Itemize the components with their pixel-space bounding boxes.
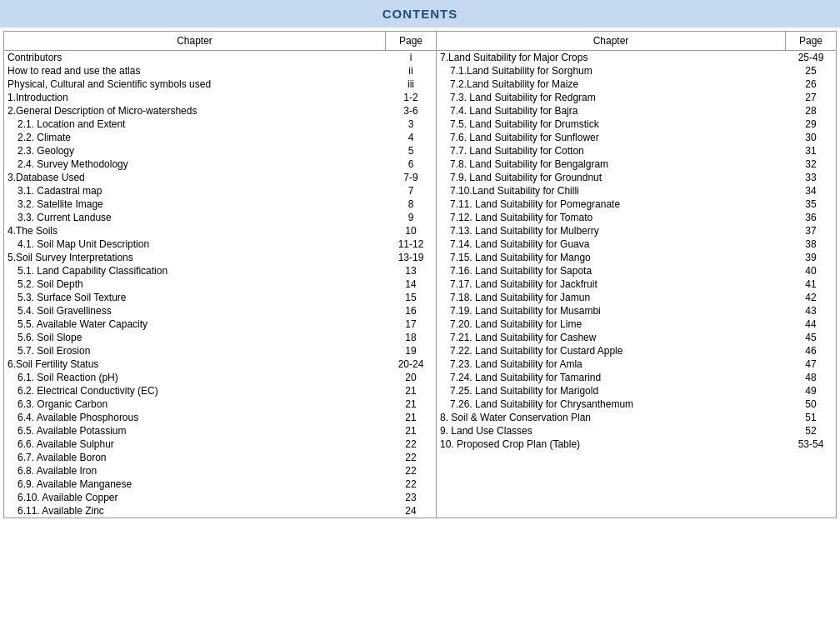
entry-page: 50 (786, 398, 836, 411)
entry-page: 7 (386, 184, 436, 198)
list-item: How to read and use the atlasii (4, 64, 436, 78)
entry-text: Contributors (4, 51, 386, 64)
page-container: CONTENTS Chapter Page Chapter Page Contr… (0, 0, 840, 518)
entry-page: 3 (386, 118, 436, 131)
entry-text: 4.1. Soil Map Unit Description (4, 238, 386, 251)
entry-text: 2.2. Climate (4, 131, 386, 144)
entry-page: 45 (786, 331, 836, 344)
entry-page: 47 (786, 358, 836, 371)
entry-text: 5.7. Soil Erosion (4, 344, 386, 358)
list-item: 2.General Description of Micro-watershed… (4, 104, 436, 118)
entry-page: 13 (386, 264, 436, 278)
entry-page: 5 (386, 144, 436, 158)
entry-text: 9. Land Use Classes (437, 424, 786, 438)
list-item: 3.2. Satellite Image8 (4, 198, 436, 211)
entry-page: 49 (786, 384, 836, 398)
list-item: 6.10. Available Copper23 (4, 491, 436, 504)
entry-page: 24 (386, 504, 436, 518)
entry-page: 44 (786, 318, 836, 331)
list-item: 6.5. Available Potassium21 (4, 424, 436, 438)
entry-text: 6.3. Organic Carbon (4, 398, 386, 411)
list-item: 6.1. Soil Reaction (pH)20 (4, 371, 436, 384)
entry-text: 3.1. Cadastral map (4, 184, 386, 198)
right-col-header: Chapter Page (437, 32, 836, 50)
entry-page: 16 (386, 304, 436, 318)
list-item: 7.13. Land Suitability for Mulberry37 (437, 224, 836, 238)
list-item: 7.3. Land Suitability for Redgram27 (437, 91, 836, 104)
list-item: 5.4. Soil Gravelliness16 (4, 304, 436, 318)
entry-page: 22 (386, 478, 436, 491)
entry-text: 6.Soil Fertility Status (4, 358, 386, 371)
entry-page: 20-24 (386, 358, 436, 371)
entry-text: 2.3. Geology (4, 144, 386, 158)
entry-page: i (386, 51, 436, 64)
entry-text: 5.5. Available Water Capacity (4, 318, 386, 331)
entry-text: 1.Introduction (4, 91, 386, 104)
list-item: 4.1. Soil Map Unit Description11-12 (4, 238, 436, 251)
list-item: 10. Proposed Crop Plan (Table)53-54 (437, 438, 836, 451)
list-item: 7.19. Land Suitability for Musambi43 (437, 304, 836, 318)
entry-page: 13-19 (386, 251, 436, 264)
list-item: 7.9. Land Suitability for Groundnut33 (437, 171, 836, 184)
left-col-header: Chapter Page (4, 32, 437, 50)
entry-text: 7.20. Land Suitability for Lime (437, 318, 786, 331)
list-item: 2.4. Survey Methodology6 (4, 158, 436, 171)
list-item: 5.6. Soil Slope18 (4, 331, 436, 344)
list-item: 7.26. Land Suitability for Chrysanthemum… (437, 398, 836, 411)
entry-text: 7.12. Land Suitability for Tomato (437, 211, 786, 224)
list-item: Contributorsi (4, 51, 436, 64)
right-chapter-header: Chapter (437, 32, 786, 50)
list-item: 7.18. Land Suitability for Jamun42 (437, 291, 836, 304)
list-item: 6.9. Available Manganese22 (4, 478, 436, 491)
entry-text: 7.16. Land Suitability for Sapota (437, 264, 786, 278)
entry-text: 6.9. Available Manganese (4, 478, 386, 491)
list-item: 7.16. Land Suitability for Sapota40 (437, 264, 836, 278)
entry-page: 7-9 (386, 171, 436, 184)
entry-page: 21 (386, 398, 436, 411)
entry-text: 7.8. Land Suitability for Bengalgram (437, 158, 786, 171)
list-item: 6.4. Available Phosphorous21 (4, 411, 436, 424)
entry-page: 21 (386, 411, 436, 424)
entry-text: 7.3. Land Suitability for Redgram (437, 91, 786, 104)
list-item: 5.1. Land Capability Classification13 (4, 264, 436, 278)
entry-text: 6.4. Available Phosphorous (4, 411, 386, 424)
entry-page: 46 (786, 344, 836, 358)
entry-text: 5.4. Soil Gravelliness (4, 304, 386, 318)
left-chapter-header: Chapter (4, 32, 386, 50)
entry-page: 51 (786, 411, 836, 424)
left-column: ContributorsiHow to read and use the atl… (4, 51, 437, 518)
list-item: 2.3. Geology5 (4, 144, 436, 158)
list-item: 7.4. Land Suitability for Bajra28 (437, 104, 836, 118)
entry-page: 25 (786, 64, 836, 78)
entry-text: 7.26. Land Suitability for Chrysanthemum (437, 398, 786, 411)
entry-text: 2.4. Survey Methodology (4, 158, 386, 171)
entry-text: 5.Soil Survey Interpretations (4, 251, 386, 264)
entry-text: 7.18. Land Suitability for Jamun (437, 291, 786, 304)
entry-text: 7.4. Land Suitability for Bajra (437, 104, 786, 118)
entry-text: 7.9. Land Suitability for Groundnut (437, 171, 786, 184)
list-item: 7.7. Land Suitability for Cotton31 (437, 144, 836, 158)
entry-text: 7.6. Land Suitability for Sunflower (437, 131, 786, 144)
list-item: 2.2. Climate4 (4, 131, 436, 144)
entry-text: 7.14. Land Suitability for Guava (437, 238, 786, 251)
list-item: 6.7. Available Boron22 (4, 451, 436, 464)
entry-text: 6.2. Electrical Conductivity (EC) (4, 384, 386, 398)
entry-page: 26 (786, 78, 836, 91)
entry-text: 5.2. Soil Depth (4, 278, 386, 291)
entry-page: 1-2 (386, 91, 436, 104)
entry-page: 32 (786, 158, 836, 171)
col-headers-row: Chapter Page Chapter Page (4, 32, 836, 51)
list-item: 6.8. Available Iron22 (4, 464, 436, 478)
list-item: 6.6. Available Sulphur22 (4, 438, 436, 451)
entry-page: 8 (386, 198, 436, 211)
entry-page: 21 (386, 424, 436, 438)
entry-text: 6.1. Soil Reaction (pH) (4, 371, 386, 384)
entry-page: 19 (386, 344, 436, 358)
entry-text: 5.6. Soil Slope (4, 331, 386, 344)
entry-page: 53-54 (786, 438, 836, 451)
entry-text: How to read and use the atlas (4, 64, 386, 78)
entry-page: 23 (386, 491, 436, 504)
entry-page: 42 (786, 291, 836, 304)
content-area: ContributorsiHow to read and use the atl… (4, 51, 836, 518)
entry-page: 41 (786, 278, 836, 291)
